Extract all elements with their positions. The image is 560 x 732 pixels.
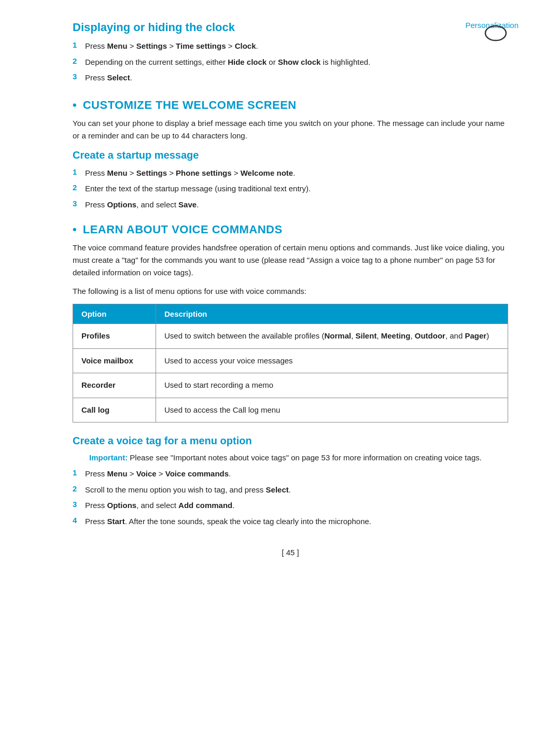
voice-commands-section: • LEARN ABOUT VOICE COMMANDS The voice c…: [73, 223, 508, 527]
welcome-screen-intro: You can set your phone to display a brie…: [73, 117, 508, 142]
voice-commands-intro2: The following is a list of menu options …: [73, 285, 508, 298]
important-label: Important:: [89, 453, 128, 462]
important-note: Important: Please see "Important notes a…: [89, 453, 508, 462]
voice-commands-title: LEARN ABOUT VOICE COMMANDS: [83, 223, 283, 236]
welcome-screen-heading: • CUSTOMIZE THE WELCOME SCREEN: [73, 98, 508, 112]
table-cell-desc-recorder: Used to start recording a memo: [156, 373, 508, 398]
table-cell-option-calllog: Call log: [73, 398, 156, 423]
table-header-row: Option Description: [73, 304, 508, 324]
clock-section-title: Displaying or hiding the clock: [73, 21, 508, 34]
table-header-option: Option: [73, 304, 156, 324]
voice-bullet: •: [73, 223, 77, 236]
voice-commands-heading: • LEARN ABOUT VOICE COMMANDS: [73, 223, 508, 236]
voice-tag-step-3: 3 Press Options, and select Add command.: [73, 500, 508, 512]
svg-point-0: [485, 26, 506, 40]
voice-commands-intro1: The voice command feature provides hands…: [73, 242, 508, 279]
clock-section: Displaying or hiding the clock 1 Press M…: [73, 21, 508, 84]
startup-step-1: 1 Press Menu > Settings > Phone settings…: [73, 167, 508, 179]
startup-step-3: 3 Press Options, and select Save.: [73, 199, 508, 211]
startup-step-2: 2 Enter the text of the startup message …: [73, 183, 508, 195]
table-header-description: Description: [156, 304, 508, 324]
table-cell-desc-voicemail: Used to access your voice messages: [156, 348, 508, 373]
table-cell-option-recorder: Recorder: [73, 373, 156, 398]
clock-steps-list: 1 Press Menu > Settings > Time settings …: [73, 40, 508, 84]
voice-tag-step-4: 4 Press Start. After the tone sounds, sp…: [73, 516, 508, 528]
table-row: Voice mailbox Used to access your voice …: [73, 348, 508, 373]
table-cell-option-profiles: Profiles: [73, 324, 156, 349]
voice-tag-section: Create a voice tag for a menu option Imp…: [73, 435, 508, 527]
table-cell-option-voicemail: Voice mailbox: [73, 348, 156, 373]
voice-tag-step-2: 2 Scroll to the menu option you wish to …: [73, 484, 508, 496]
voice-commands-table: Option Description Profiles Used to swit…: [73, 304, 508, 423]
voice-tag-steps: 1 Press Menu > Voice > Voice commands. 2…: [73, 468, 508, 527]
table-cell-desc-profiles: Used to switch between the available pro…: [156, 324, 508, 349]
table-row: Call log Used to access the Call log men…: [73, 398, 508, 423]
welcome-screen-section: • CUSTOMIZE THE WELCOME SCREEN You can s…: [73, 98, 508, 211]
table-row: Profiles Used to switch between the avai…: [73, 324, 508, 349]
table-row: Recorder Used to start recording a memo: [73, 373, 508, 398]
table-cell-desc-calllog: Used to access the Call log menu: [156, 398, 508, 423]
voice-tag-title: Create a voice tag for a menu option: [73, 435, 508, 447]
voice-tag-step-1: 1 Press Menu > Voice > Voice commands.: [73, 468, 508, 480]
startup-message-section: Create a startup message 1 Press Menu > …: [73, 149, 508, 211]
welcome-bullet: •: [73, 98, 77, 112]
clock-icon: [483, 21, 508, 46]
clock-step-2: 2 Depending on the current settings, eit…: [73, 57, 508, 68]
important-text: Please see "Important notes about voice …: [130, 453, 482, 462]
startup-message-title: Create a startup message: [73, 149, 508, 161]
startup-message-steps: 1 Press Menu > Settings > Phone settings…: [73, 167, 508, 211]
welcome-screen-title: CUSTOMIZE THE WELCOME SCREEN: [83, 98, 297, 112]
page-number: [ 45 ]: [73, 548, 508, 557]
clock-step-3: 3 Press Select.: [73, 72, 508, 84]
clock-step-1: 1 Press Menu > Settings > Time settings …: [73, 40, 508, 52]
